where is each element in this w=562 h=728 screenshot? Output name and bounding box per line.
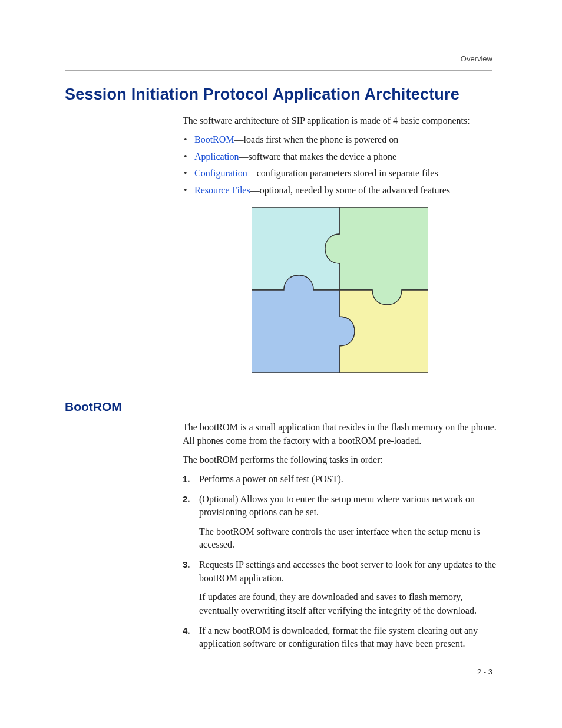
running-header: Overview: [461, 54, 492, 63]
component-list: BootROM—loads first when the phone is po…: [183, 133, 497, 197]
link-bootrom[interactable]: BootROM: [194, 134, 234, 144]
list-item: Configuration—configuration parameters s…: [183, 167, 497, 180]
header-rule: [65, 70, 492, 71]
step-item: If a new bootROM is downloaded, format t…: [183, 624, 497, 651]
architecture-figure: [183, 207, 497, 382]
list-item: BootROM—loads first when the phone is po…: [183, 133, 497, 146]
link-configuration[interactable]: Configuration: [194, 168, 247, 178]
document-page: Overview Session Initiation Protocol App…: [0, 0, 562, 728]
step-text: Performs a power on self test (POST).: [199, 474, 343, 484]
list-item-desc: —software that makes the device a phone: [239, 151, 396, 162]
puzzle-piece-bl: [252, 275, 355, 373]
section-heading-bootrom: BootROM: [65, 400, 497, 414]
bootrom-body: The bootROM is a small application that …: [183, 421, 497, 650]
body-column: The software architecture of SIP applica…: [183, 114, 497, 382]
bootrom-paragraph: The bootROM is a small application that …: [183, 421, 497, 447]
bootrom-steps: Performs a power on self test (POST). (O…: [183, 473, 497, 651]
puzzle-diagram: [252, 207, 428, 378]
list-item-desc: —loads first when the phone is powered o…: [234, 134, 399, 144]
step-text: (Optional) Allows you to enter the setup…: [199, 494, 475, 517]
step-item: (Optional) Allows you to enter the setup…: [183, 493, 497, 552]
step-subtext: If updates are found, they are downloade…: [199, 591, 497, 617]
page-title: Session Initiation Protocol Application …: [65, 85, 497, 104]
list-item: Application—software that makes the devi…: [183, 150, 497, 163]
step-subtext: The bootROM software controls the user i…: [199, 525, 497, 552]
list-item: Resource Files—optional, needed by some …: [183, 184, 497, 197]
link-application[interactable]: Application: [194, 151, 239, 162]
step-item: Requests IP settings and accesses the bo…: [183, 558, 497, 617]
list-item-desc: —optional, needed by some of the advance…: [250, 185, 450, 195]
link-resource-files[interactable]: Resource Files: [194, 185, 250, 195]
intro-paragraph: The software architecture of SIP applica…: [183, 114, 497, 127]
step-item: Performs a power on self test (POST).: [183, 473, 497, 486]
page-number: 2 - 3: [477, 667, 492, 676]
bootrom-paragraph: The bootROM performs the following tasks…: [183, 453, 497, 466]
step-text: If a new bootROM is downloaded, format t…: [199, 625, 478, 648]
step-text: Requests IP settings and accesses the bo…: [199, 559, 496, 582]
list-item-desc: —configuration parameters stored in sepa…: [247, 168, 438, 178]
